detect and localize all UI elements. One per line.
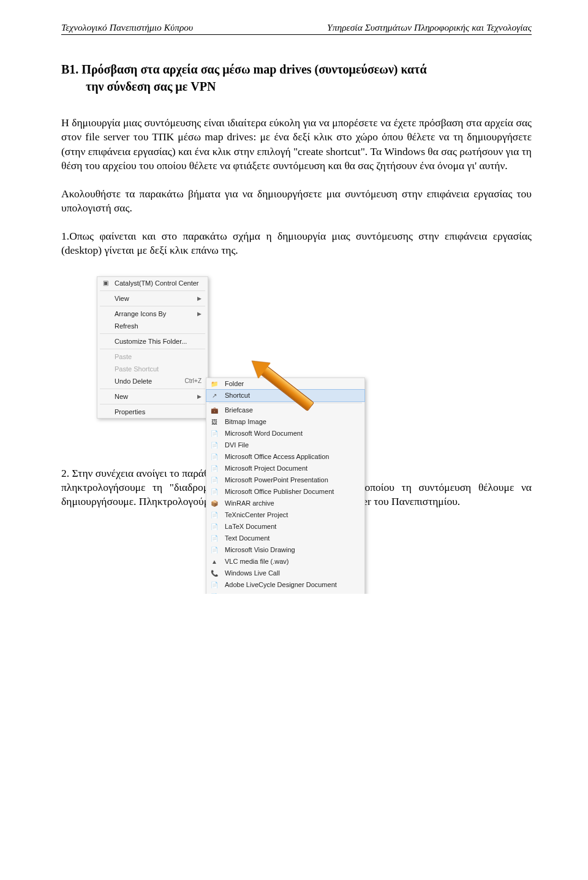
submenu-item-icon: 📄: [210, 593, 219, 594]
menu-item[interactable]: Refresh: [97, 320, 208, 332]
submenu-item-label: Microsoft Word Document: [225, 430, 303, 437]
menu-item[interactable]: Properties: [97, 406, 208, 418]
section-title: B1. Πρόσβαση στα αρχεία σας μέσω map dri…: [61, 61, 532, 95]
submenu-item-label: Briefcase: [225, 406, 253, 414]
submenu-item-icon: 📄: [210, 523, 219, 531]
submenu-item-icon: 📄: [210, 511, 219, 520]
submenu-item-label: Folder: [225, 380, 244, 387]
menu-item[interactable]: View▶: [97, 292, 208, 305]
menu-item: Paste Shortcut: [97, 363, 208, 375]
menu-item-label: New: [115, 393, 128, 400]
submenu-item-icon: 📄: [210, 581, 219, 590]
menu-item-shortcut: Ctrl+Z: [185, 377, 202, 384]
submenu-item-icon: 📄: [210, 453, 219, 461]
menu-item-label: Paste Shortcut: [115, 365, 159, 373]
submenu-item-label: Microsoft Visio Drawing: [225, 546, 295, 553]
submenu-item[interactable]: 🖼Bitmap Image: [206, 416, 364, 428]
menu-item-icon: ▣: [101, 279, 110, 287]
paragraph-3: 1.Οπως φαίνεται και στο παρακάτω σχήμα η…: [61, 229, 532, 258]
submenu-item[interactable]: 📄Microsoft Project Document: [206, 463, 364, 474]
submenu-item-icon: 💼: [210, 406, 219, 415]
paragraph-2: Ακολουθήστε τα παρακάτω βήματα για να δη…: [61, 187, 532, 216]
submenu-item-label: Windows Live Call: [225, 569, 280, 577]
submenu-item-icon: 📁: [210, 380, 219, 389]
menu-item-label: Refresh: [115, 322, 138, 330]
submenu-item[interactable]: 📄Adobe LiveCycle Designer Document: [206, 579, 364, 591]
submenu-item-icon: 📦: [210, 499, 219, 508]
menu-item: Paste: [97, 351, 208, 363]
submenu-item[interactable]: 📄Text Document: [206, 533, 364, 544]
submenu-item-label: Microsoft Office Access Application: [225, 453, 329, 460]
menu-item[interactable]: ▣Catalyst(TM) Control Center: [97, 277, 208, 289]
menu-item-label: Paste: [115, 353, 132, 360]
menu-item-label: View: [115, 295, 129, 302]
submenu-arrow-icon: ▶: [197, 393, 202, 400]
submenu-item-icon: 🖼: [210, 418, 219, 427]
submenu-item-label: WinRAR archive: [225, 499, 274, 507]
submenu-item[interactable]: 📦WinRAR archive: [206, 498, 364, 509]
submenu-item-icon: 📄: [210, 546, 219, 555]
menu-item[interactable]: Undo DeleteCtrl+Z: [97, 375, 208, 387]
submenu-item-label: Adobe LiveCycle Designer Document: [225, 581, 337, 588]
submenu-item-label: Shortcut: [225, 392, 250, 399]
submenu-item-label: Microsoft Office Publisher Document: [225, 488, 334, 495]
menu-item-label: Arrange Icons By: [115, 310, 166, 317]
submenu-item-icon: 📄: [210, 534, 219, 543]
submenu-item[interactable]: 📄Microsoft Office Publisher Document: [206, 486, 364, 498]
menu-item-label: Undo Delete: [115, 377, 152, 385]
menu-separator: [100, 333, 205, 334]
menu-separator: [100, 389, 205, 389]
page-header: Τεχνολογικό Πανεπιστήμιο Κύπρου Υπηρεσία…: [61, 22, 532, 33]
submenu-item[interactable]: ▲VLC media file (.wav): [206, 556, 364, 567]
menu-item[interactable]: New▶: [97, 390, 208, 403]
submenu-item[interactable]: 📄LaTeX Document: [206, 521, 364, 533]
submenu-item[interactable]: 📞Windows Live Call: [206, 567, 364, 579]
submenu-item-icon: 📄: [210, 441, 219, 450]
submenu-item-icon: 📄: [210, 476, 219, 485]
menu-item-label: Catalyst(TM) Control Center: [115, 279, 199, 287]
submenu-item-label: LaTeX Document: [225, 523, 276, 530]
menu-item[interactable]: Customize This Folder...: [97, 335, 208, 347]
submenu-item-icon: ▲: [210, 558, 219, 566]
menu-separator: [100, 290, 205, 291]
submenu-item[interactable]: 📄Microsoft Excel Worksheet: [206, 591, 364, 594]
new-submenu[interactable]: 📁Folder↗Shortcut💼Briefcase🖼Bitmap Image📄…: [206, 377, 365, 594]
menu-separator: [100, 349, 205, 349]
submenu-item[interactable]: 💼Briefcase: [206, 404, 364, 416]
submenu-item-icon: 📄: [210, 430, 219, 438]
submenu-item-label: Microsoft PowerPoint Presentation: [225, 476, 328, 484]
section-title-line1: B1. Πρόσβαση στα αρχεία σας μέσω map dri…: [61, 63, 427, 76]
submenu-item-icon: 📄: [210, 488, 219, 496]
menu-separator: [100, 404, 205, 404]
menu-separator: [209, 403, 362, 403]
submenu-item[interactable]: 📄Microsoft PowerPoint Presentation: [206, 474, 364, 486]
menu-item-label: Properties: [115, 408, 145, 415]
menu-item[interactable]: Arrange Icons By▶: [97, 308, 208, 320]
context-menu-figure: ▣Catalyst(TM) Control CenterView▶Arrange…: [97, 276, 365, 419]
submenu-item-label: TeXnicCenter Project: [225, 511, 288, 518]
submenu-item-icon: 📞: [210, 569, 219, 578]
submenu-item[interactable]: 📄Microsoft Visio Drawing: [206, 544, 364, 556]
section-title-line2: την σύνδεση σας με VPN: [61, 78, 532, 95]
submenu-item-label: VLC media file (.wav): [225, 558, 289, 565]
submenu-arrow-icon: ▶: [197, 311, 202, 317]
header-right: Υπηρεσία Συστημάτων Πληροφορικής και Τεχ…: [327, 22, 532, 33]
context-menu[interactable]: ▣Catalyst(TM) Control CenterView▶Arrange…: [97, 276, 208, 419]
submenu-item[interactable]: 📄DVI File: [206, 439, 364, 451]
header-left: Τεχνολογικό Πανεπιστήμιο Κύπρου: [61, 22, 193, 33]
submenu-item-icon: 📄: [210, 465, 219, 473]
submenu-item-label: Text Document: [225, 534, 270, 542]
submenu-item-label: Microsoft Project Document: [225, 465, 307, 472]
submenu-item-label: DVI File: [225, 441, 249, 449]
submenu-arrow-icon: ▶: [197, 295, 202, 302]
submenu-item-icon: ↗: [210, 392, 219, 400]
menu-separator: [100, 306, 205, 306]
header-divider: [61, 34, 532, 35]
submenu-item[interactable]: 📄Microsoft Word Document: [206, 428, 364, 439]
submenu-item[interactable]: 📄Microsoft Office Access Application: [206, 451, 364, 463]
submenu-item-label: Bitmap Image: [225, 418, 266, 425]
submenu-item-label: Microsoft Excel Worksheet: [225, 593, 304, 594]
paragraph-1: Η δημιουργία μιας συντόμευσης είναι ιδια…: [61, 116, 532, 173]
menu-item-label: Customize This Folder...: [115, 338, 187, 345]
submenu-item[interactable]: 📄TeXnicCenter Project: [206, 509, 364, 521]
